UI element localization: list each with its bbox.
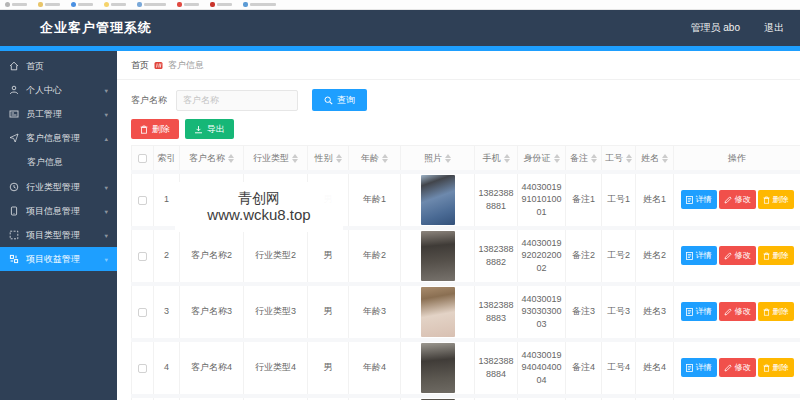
sort-icons[interactable]: [445, 154, 451, 163]
logout-link[interactable]: 退出: [764, 21, 784, 35]
detail-button[interactable]: 详情: [681, 190, 717, 209]
bookmark-item[interactable]: [38, 2, 60, 7]
bookmark-item[interactable]: [243, 2, 276, 7]
sidebar-item-employee-mgmt[interactable]: 员工管理 ▾: [0, 102, 117, 126]
cell-industry: 行业类型3: [244, 284, 308, 340]
export-button[interactable]: 导出: [185, 119, 234, 139]
sidebar-item-industry-type-mgmt[interactable]: 行业类型管理 ▾: [0, 175, 117, 199]
sort-icons[interactable]: [591, 154, 597, 163]
batch-delete-button[interactable]: 删除: [131, 119, 179, 139]
sidebar-item-customer-info-mgmt[interactable]: 客户信息管理 ▴: [0, 126, 117, 150]
bookmark-item[interactable]: [5, 2, 27, 7]
cell-customer-name: 客户名称4: [180, 340, 244, 396]
edit-button[interactable]: 修改: [719, 246, 756, 265]
chevron-down-icon: ▾: [104, 256, 108, 262]
chevron-down-icon: ▾: [104, 87, 108, 93]
bookmark-label: [78, 3, 93, 6]
row-checkbox[interactable]: [138, 364, 147, 373]
customer-photo[interactable]: [421, 343, 455, 393]
cell-phone: 13823888882: [475, 228, 518, 284]
sidebar-item-label: 行业类型管理: [26, 183, 80, 192]
edit-button[interactable]: 修改: [719, 358, 756, 377]
cell-job-no: 工号2: [602, 228, 636, 284]
col-header-index: 索引: [158, 153, 176, 163]
cell-age: 年龄1: [349, 172, 401, 228]
bookmark-label: [217, 3, 232, 6]
delete-button[interactable]: 删除: [758, 358, 794, 377]
cell-id-card: 440300199202020002: [518, 228, 566, 284]
customer-photo[interactable]: [421, 287, 455, 337]
sort-icons[interactable]: [626, 154, 632, 163]
cell-phone: 13823888883: [475, 284, 518, 340]
sort-icons[interactable]: [554, 154, 560, 163]
sidebar-item-customer-info[interactable]: 客户信息: [0, 150, 117, 175]
breadcrumb-home[interactable]: 首页: [131, 59, 149, 72]
bookmark-item[interactable]: [177, 2, 199, 7]
row-checkbox[interactable]: [138, 252, 147, 261]
detail-label: 详情: [696, 306, 712, 317]
cell-note: 备注4: [566, 340, 602, 396]
sidebar-item-personal-center[interactable]: 个人中心 ▾: [0, 78, 117, 102]
bookmark-label: [184, 3, 199, 6]
cell-age: 年龄4: [349, 340, 401, 396]
select-all-checkbox[interactable]: [138, 154, 147, 163]
cell-index: 3: [154, 284, 180, 340]
edit-button[interactable]: 修改: [719, 190, 756, 209]
sidebar-item-home[interactable]: 首页: [0, 54, 117, 78]
sidebar-item-project-type-mgmt[interactable]: 项目类型管理 ▾: [0, 223, 117, 247]
delete-button[interactable]: 删除: [758, 246, 794, 265]
edit-label: 修改: [735, 250, 751, 261]
detail-label: 详情: [696, 362, 712, 373]
trash-icon: [763, 196, 770, 204]
trash-icon: [763, 308, 770, 316]
table-header-row: 索引 客户名称 行业类型 性别 年龄 照片 手机 身份证 备注 工号 姓名 操作: [132, 146, 800, 172]
search-icon: [324, 96, 333, 105]
col-header-customer-name: 客户名称: [189, 153, 225, 163]
bookmark-item[interactable]: [104, 2, 126, 7]
delete-button[interactable]: 删除: [758, 302, 794, 321]
sidebar-item-project-info-mgmt[interactable]: 项目信息管理 ▾: [0, 199, 117, 223]
row-checkbox[interactable]: [138, 308, 147, 317]
sort-icons[interactable]: [336, 154, 342, 163]
table-row-partial: [132, 396, 800, 400]
query-button[interactable]: 查询: [312, 89, 367, 111]
cell-note: 备注1: [566, 172, 602, 228]
detail-button[interactable]: 详情: [681, 302, 717, 321]
bookmark-label: [250, 3, 276, 6]
bookmark-item[interactable]: [210, 2, 232, 7]
row-checkbox[interactable]: [138, 196, 147, 205]
sort-icons[interactable]: [228, 154, 234, 163]
col-header-phone: 手机: [483, 153, 501, 163]
breadcrumb: 首页 客户信息: [117, 51, 800, 80]
customer-name-input[interactable]: [176, 90, 298, 111]
detail-button[interactable]: 详情: [681, 358, 717, 377]
customer-photo[interactable]: [421, 175, 455, 225]
bookmark-item[interactable]: [71, 2, 93, 7]
sort-icons[interactable]: [382, 154, 388, 163]
bookmark-icon: [5, 2, 10, 7]
watermark-line1: 青创网: [238, 190, 280, 207]
delete-button[interactable]: 删除: [758, 190, 794, 209]
sidebar-item-project-revenue-mgmt[interactable]: 项目收益管理 ▾: [0, 247, 117, 271]
edit-button[interactable]: 修改: [719, 302, 756, 321]
cell-age: 年龄3: [349, 284, 401, 340]
sidebar-item-label: 首页: [26, 62, 44, 71]
document-icon: [686, 196, 693, 204]
bookmark-icon: [137, 2, 142, 7]
bookmark-item[interactable]: [137, 2, 166, 7]
document-icon: [686, 308, 693, 316]
bookmark-label: [45, 3, 60, 6]
sort-icons[interactable]: [504, 154, 510, 163]
search-form: 客户名称 查询: [117, 80, 800, 111]
customer-photo[interactable]: [421, 231, 455, 281]
trash-icon: [763, 364, 770, 372]
pencil-icon: [724, 308, 732, 316]
cell-industry: [244, 396, 308, 400]
current-user[interactable]: 管理员 abo: [691, 21, 740, 35]
dashed-square-icon: [9, 230, 20, 240]
sort-icons[interactable]: [292, 154, 298, 163]
cell-customer-name: [180, 396, 244, 400]
sort-icons[interactable]: [662, 154, 668, 163]
detail-button[interactable]: 详情: [681, 246, 717, 265]
detail-label: 详情: [696, 250, 712, 261]
